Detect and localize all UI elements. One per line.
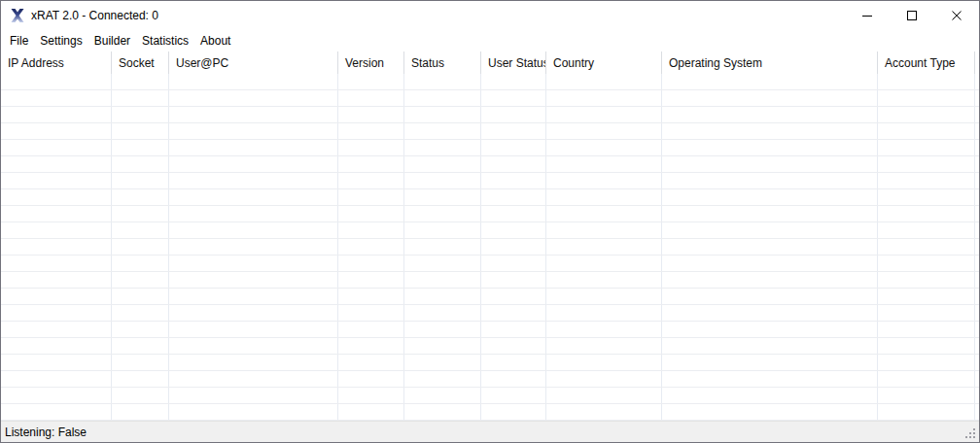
table-cell <box>1 206 112 222</box>
window-controls <box>845 1 979 30</box>
table-cell <box>112 322 169 337</box>
table-cell <box>481 404 546 420</box>
table-cell <box>1 338 112 354</box>
table-cell <box>169 206 338 222</box>
table-cell <box>546 388 662 403</box>
table-cell <box>169 173 338 188</box>
table-cell <box>1 289 112 304</box>
x-logo-icon <box>10 8 25 23</box>
app-window: xRAT 2.0 - Connected: 0 FileSettingsBuil… <box>0 0 980 443</box>
column-header-user-pc[interactable]: User@PC <box>169 51 338 74</box>
table-cell <box>878 156 975 172</box>
column-header-country[interactable]: Country <box>546 51 662 74</box>
table-cell <box>404 222 481 238</box>
table-cell <box>1 189 112 205</box>
table-cell <box>546 74 662 89</box>
table-cell <box>338 289 404 304</box>
table-cell <box>338 305 404 321</box>
column-header-account-type[interactable]: Account Type <box>878 51 975 74</box>
menu-item-file[interactable]: File <box>4 30 34 51</box>
table-row <box>1 107 979 123</box>
table-cell <box>404 90 481 106</box>
table-cell <box>662 140 878 155</box>
table-cell <box>481 388 546 403</box>
table-cell <box>404 156 481 172</box>
table-cell <box>112 388 169 403</box>
table-cell <box>1 107 112 122</box>
maximize-button[interactable] <box>890 1 934 30</box>
column-header-socket[interactable]: Socket <box>112 51 169 74</box>
table-cell <box>338 189 404 205</box>
menu-item-statistics[interactable]: Statistics <box>136 30 194 51</box>
table-cell <box>878 388 975 403</box>
table-cell <box>112 272 169 288</box>
table-cell <box>878 189 975 205</box>
column-header-status[interactable]: Status <box>404 51 481 74</box>
table-cell <box>1 305 112 321</box>
menu-item-settings[interactable]: Settings <box>34 30 88 51</box>
table-cell <box>112 140 169 155</box>
table-cell <box>112 305 169 321</box>
menu-item-about[interactable]: About <box>194 30 236 51</box>
column-header-operating-system[interactable]: Operating System <box>662 51 878 74</box>
table-cell <box>878 90 975 106</box>
menu-item-builder[interactable]: Builder <box>88 30 136 51</box>
table-cell <box>1 371 112 387</box>
table-cell <box>878 371 975 387</box>
table-cell <box>338 90 404 106</box>
column-header-ip-address[interactable]: IP Address <box>1 51 112 74</box>
table-cell <box>662 388 878 403</box>
table-cell <box>169 222 338 238</box>
column-header-user-status[interactable]: User Status <box>481 51 546 74</box>
table-cell <box>112 74 169 89</box>
table-cell <box>169 239 338 255</box>
table-cell <box>338 173 404 188</box>
table-cell <box>404 74 481 89</box>
table-cell <box>481 140 546 155</box>
table-cell <box>878 140 975 155</box>
table-cell <box>662 338 878 354</box>
resize-grip-icon[interactable] <box>965 428 977 440</box>
table-cell <box>878 256 975 271</box>
table-cell <box>1 90 112 106</box>
table-row <box>1 404 979 421</box>
table-cell <box>481 173 546 188</box>
table-cell <box>481 239 546 255</box>
table-row <box>1 305 979 322</box>
minimize-button[interactable] <box>845 1 890 30</box>
table-cell <box>1 388 112 403</box>
table-cell <box>112 404 169 420</box>
table-cell <box>481 272 546 288</box>
column-header-version[interactable]: Version <box>338 51 404 74</box>
table-cell <box>546 256 662 271</box>
table-cell <box>404 322 481 337</box>
table-header-row: IP AddressSocketUser@PCVersionStatusUser… <box>1 51 979 74</box>
table-cell <box>169 74 338 89</box>
table-row <box>1 123 979 140</box>
table-cell <box>878 338 975 354</box>
table-cell <box>481 156 546 172</box>
table-cell <box>546 140 662 155</box>
table-cell <box>338 156 404 172</box>
table-cell <box>404 206 481 222</box>
table-cell <box>112 289 169 304</box>
table-cell <box>169 123 338 139</box>
table-cell <box>404 140 481 155</box>
table-cell <box>481 305 546 321</box>
table-cell <box>338 322 404 337</box>
table-row <box>1 140 979 156</box>
table-cell <box>481 256 546 271</box>
table-cell <box>169 256 338 271</box>
table-cell <box>878 107 975 122</box>
table-cell <box>878 173 975 188</box>
table-cell <box>878 289 975 304</box>
table-cell <box>662 123 878 139</box>
close-button[interactable] <box>934 1 979 30</box>
table-cell <box>662 90 878 106</box>
table-cell <box>878 74 975 89</box>
table-cell <box>662 107 878 122</box>
window-title: xRAT 2.0 - Connected: 0 <box>31 9 158 22</box>
table-cell <box>878 272 975 288</box>
table-cell <box>112 239 169 255</box>
table-cell <box>662 272 878 288</box>
